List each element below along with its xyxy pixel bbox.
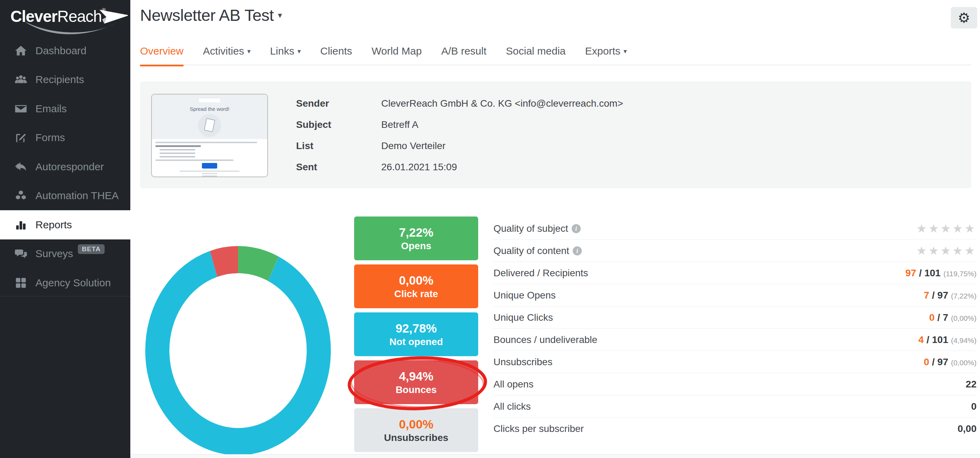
grid-icon: [14, 277, 27, 289]
gear-icon: ⚙: [958, 10, 970, 25]
sidebar-item-forms[interactable]: Forms: [0, 123, 130, 153]
table-row: Quality of contenti ★★★★★: [493, 240, 977, 262]
table-row: Quality of subjecti ★★★★★: [493, 218, 977, 240]
home-icon: [14, 45, 27, 57]
stat-box-click-rate[interactable]: 0,00% Click rate: [354, 264, 478, 308]
sidebar-item-recipients[interactable]: Recipients: [0, 65, 130, 94]
reply-icon: [14, 161, 27, 173]
stat-boxes: 7,22% Opens 0,00% Click rate 92,78% Not …: [354, 216, 478, 456]
stat-box-not-opened[interactable]: 92,78% Not opened: [354, 312, 478, 356]
logo-placeholder: [199, 98, 221, 103]
tab-ab-result[interactable]: A/B result: [441, 41, 487, 65]
chevron-down-icon: ▾: [247, 48, 251, 55]
stat-box-unsubscribes[interactable]: 0,00% Unsubscribes: [354, 408, 478, 452]
chevron-down-icon: ▾: [624, 48, 627, 55]
mailing-info-fields: Sender CleverReach GmbH & Co. KG <info@c…: [296, 98, 623, 183]
table-row: Unique Opens 7/ 97(7,22%): [493, 284, 977, 307]
comments-icon: [14, 247, 27, 260]
info-row-subject: Subject Betreff A: [296, 119, 623, 130]
email-preview-button: [202, 163, 217, 169]
info-icon[interactable]: i: [573, 246, 582, 255]
sidebar-item-autoresponder[interactable]: Autoresponder: [0, 152, 130, 181]
sidebar-nav: Dashboard Recipients Emails Forms Autore…: [0, 36, 130, 297]
star-rating: ★★★★★: [916, 245, 977, 256]
report-tabs: Overview Activities▾ Links▾ Clients Worl…: [140, 41, 971, 65]
stats-table: Quality of subjecti ★★★★★ Quality of con…: [493, 218, 977, 440]
tab-world-map[interactable]: World Map: [372, 41, 422, 65]
title-dropdown-caret[interactable]: ▾: [278, 10, 282, 20]
sidebar-item-reports[interactable]: Reports: [0, 210, 130, 239]
stat-box-opens[interactable]: 7,22% Opens: [354, 216, 478, 260]
table-row: All clicks 0: [493, 396, 977, 418]
sidebar-item-surveys[interactable]: Surveys BETA: [0, 239, 130, 269]
star-rating: ★★★★★: [916, 223, 977, 234]
chevron-down-icon: ▾: [298, 48, 301, 55]
table-row: Unsubscribes 0/ 97(0,00%): [493, 351, 977, 373]
sidebar-divider: [0, 296, 130, 296]
table-row: Delivered / Recipients 97/ 101(119,75%): [493, 262, 977, 284]
logo-text: CleverReach®: [10, 7, 105, 25]
sidebar-item-emails[interactable]: Emails: [0, 94, 130, 123]
tab-exports[interactable]: Exports▾: [585, 41, 627, 65]
envelope-icon: [14, 102, 27, 115]
beta-badge: BETA: [78, 244, 104, 254]
sidebar-item-agency-solution[interactable]: Agency Solution: [0, 268, 130, 297]
cleverreach-logo[interactable]: CleverReach®: [10, 7, 125, 38]
tab-clients[interactable]: Clients: [320, 41, 352, 65]
email-preview-thumbnail[interactable]: Spread the word!: [151, 94, 268, 177]
info-row-list: List Demo Verteiler: [296, 140, 623, 151]
sidebar: CleverReach® Dashboard Recipients Emails…: [0, 0, 130, 458]
bar-chart-icon: [14, 219, 27, 231]
email-preview-heading: Spread the word!: [152, 106, 267, 112]
stat-box-bounces[interactable]: 4,94% Bounces: [354, 360, 478, 404]
sidebar-item-automation-thea[interactable]: Automation THEA: [0, 181, 130, 211]
tab-social-media[interactable]: Social media: [506, 41, 566, 65]
info-row-sender: Sender CleverReach GmbH & Co. KG <info@c…: [296, 98, 623, 109]
tab-links[interactable]: Links▾: [270, 41, 301, 65]
users-icon: [14, 73, 27, 86]
results-donut-chart: [145, 246, 331, 455]
mailing-info-card: Spread the word! Sender CleverReach GmbH…: [140, 81, 971, 188]
info-icon[interactable]: i: [572, 224, 581, 233]
page-title: Newsletter AB Test▾: [140, 6, 282, 25]
email-preview-header: Spread the word!: [152, 94, 267, 139]
table-row: All opens 22: [493, 373, 977, 396]
cubes-icon: [14, 189, 27, 202]
info-row-sent: Sent 26.01.2021 15:09: [296, 162, 623, 173]
tab-activities[interactable]: Activities▾: [203, 41, 251, 65]
table-row: Clicks per subscriber 0,00: [493, 418, 977, 440]
form-edit-icon: [14, 131, 27, 144]
tab-overview[interactable]: Overview: [140, 41, 183, 66]
table-row: Bounces / undeliverable 4/ 101(4,94%): [493, 329, 977, 351]
sidebar-item-dashboard[interactable]: Dashboard: [0, 36, 130, 65]
table-row: Unique Clicks 0/ 7(0,00%): [493, 307, 977, 329]
settings-button[interactable]: ⚙: [951, 7, 977, 29]
email-preview-body: [152, 139, 267, 177]
